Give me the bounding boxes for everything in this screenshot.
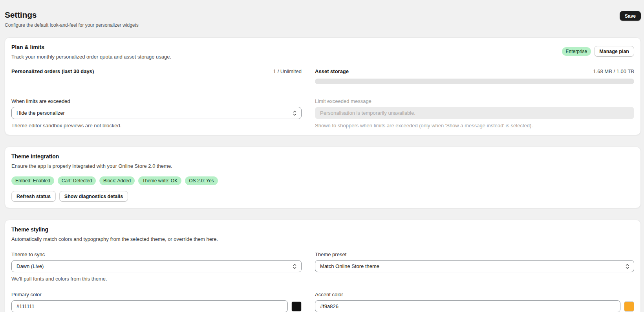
block-status-badge: Block: Added xyxy=(99,176,135,185)
page-subtitle: Configure the default look-and-feel for … xyxy=(5,22,641,28)
primary-color-input[interactable] xyxy=(11,300,288,312)
storage-usage-label: Asset storage xyxy=(315,68,349,74)
plan-card-header: Plan & limits Track your monthly persona… xyxy=(11,44,171,60)
orders-usage-label: Personalized orders (last 30 days) xyxy=(11,68,94,74)
os20-status-badge: OS 2.0: Yes xyxy=(185,176,218,185)
select-chevrons-icon xyxy=(293,263,296,270)
page-title: Settings xyxy=(5,10,641,20)
integration-card-title: Theme integration xyxy=(11,153,634,160)
primary-color-label: Primary color xyxy=(11,292,302,297)
cart-status-badge: Cart: Detected xyxy=(58,176,96,185)
limit-message-input[interactable] xyxy=(315,107,634,119)
theme-sync-selected-value: Dawn (Live) xyxy=(16,263,44,269)
integration-status-badges: Embed: Enabled Cart: Detected Block: Add… xyxy=(11,176,634,185)
plan-limits-card: Plan & limits Track your monthly persona… xyxy=(5,37,641,135)
limit-message-field: Limit exceeded message Shown to shoppers… xyxy=(315,98,634,128)
plan-card-title: Plan & limits xyxy=(11,44,171,50)
save-button[interactable]: Save xyxy=(620,11,641,21)
storage-usage: Asset storage 1.68 MB / 1.00 TB xyxy=(315,68,634,84)
plan-card-description: Track your monthly personalized order qu… xyxy=(11,54,171,60)
manage-plan-button[interactable]: Manage plan xyxy=(594,46,634,57)
limit-behavior-label: When limits are exceeded xyxy=(11,98,302,104)
theme-sync-help: We'll pull fonts and colors from this th… xyxy=(11,276,302,282)
page-header: Settings Configure the default look-and-… xyxy=(5,0,641,28)
show-diagnostics-button[interactable]: Show diagnostics details xyxy=(59,191,128,202)
settings-page: Settings Configure the default look-and-… xyxy=(0,0,644,312)
theme-preset-label: Theme preset xyxy=(315,251,634,257)
storage-progress-bar xyxy=(315,79,634,84)
limit-behavior-select[interactable]: Hide the personalizer xyxy=(11,107,302,119)
plan-badge: Enterprise xyxy=(562,47,591,56)
theme-sync-select[interactable]: Dawn (Live) xyxy=(11,260,302,272)
styling-card-description: Automatically match colors and typograph… xyxy=(11,236,634,242)
limit-behavior-help: Theme editor sandbox previews are not bl… xyxy=(11,123,302,128)
accent-color-input[interactable] xyxy=(315,300,620,312)
select-chevrons-icon xyxy=(626,263,629,270)
theme-preset-selected-value: Match Online Store theme xyxy=(320,263,379,269)
theme-integration-card: Theme integration Ensure the app is prop… xyxy=(5,147,641,208)
embed-status-badge: Embed: Enabled xyxy=(11,176,54,185)
limit-message-label: Limit exceeded message xyxy=(315,98,634,104)
theme-preset-field: Theme preset Match Online Store theme xyxy=(315,251,634,282)
styling-card-title: Theme styling xyxy=(11,226,634,233)
select-chevrons-icon xyxy=(293,110,296,116)
primary-color-swatch[interactable] xyxy=(291,301,302,312)
primary-color-field: Primary color xyxy=(11,292,302,312)
theme-styling-card: Theme styling Automatically match colors… xyxy=(5,220,641,312)
limit-behavior-selected-value: Hide the personalizer xyxy=(16,110,65,116)
limit-message-help: Shown to shoppers when limits are exceed… xyxy=(315,123,634,128)
accent-color-field: Accent color xyxy=(315,292,634,312)
theme-preset-select[interactable]: Match Online Store theme xyxy=(315,260,634,272)
theme-write-status-badge: Theme write: OK xyxy=(138,176,181,185)
storage-usage-value: 1.68 MB / 1.00 TB xyxy=(593,68,634,74)
orders-usage-value: 1 / Unlimited xyxy=(273,68,302,74)
theme-sync-field: Theme to sync Dawn (Live) We'll pull fon… xyxy=(11,251,302,282)
integration-card-description: Ensure the app is properly integrated wi… xyxy=(11,163,634,169)
accent-color-swatch[interactable] xyxy=(624,301,634,312)
accent-color-label: Accent color xyxy=(315,292,634,297)
refresh-status-button[interactable]: Refresh status xyxy=(11,191,56,202)
orders-usage: Personalized orders (last 30 days) 1 / U… xyxy=(11,68,302,84)
theme-sync-label: Theme to sync xyxy=(11,251,302,257)
limit-behavior-field: When limits are exceeded Hide the person… xyxy=(11,98,302,128)
